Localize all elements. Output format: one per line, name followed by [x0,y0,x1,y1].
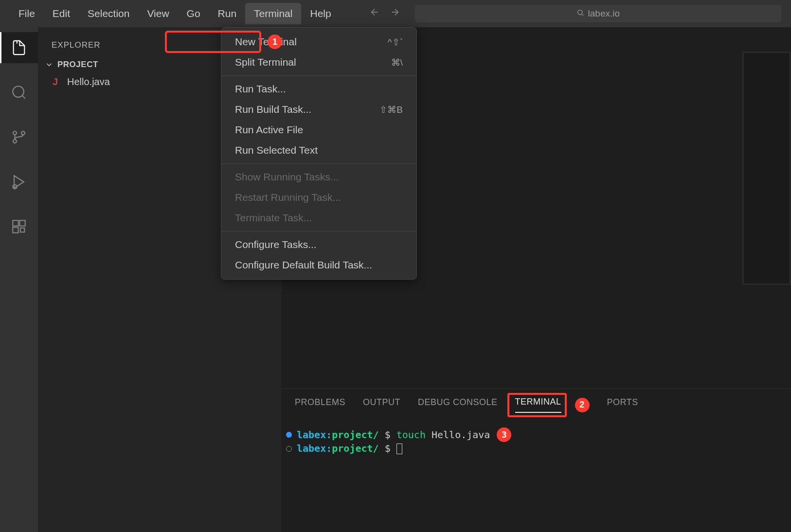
menu-item-shortcut: ⌘\ [391,57,403,68]
menu-help[interactable]: Help [301,3,340,24]
terminal-path: project/ [332,442,378,455]
activity-extensions[interactable] [0,211,38,242]
svg-rect-6 [13,220,18,226]
tab-terminal[interactable]: TERMINAL [515,397,561,413]
menu-run-task[interactable]: Run Task... [221,79,416,99]
menu-configure-default-build-task[interactable]: Configure Default Build Task... [221,255,416,275]
activity-source-control[interactable] [0,122,38,153]
activity-run-debug[interactable] [0,166,38,197]
editor-area: New Terminal ^⇧` Split Terminal ⌘\ Run T… [281,27,791,532]
svg-rect-9 [20,228,25,232]
terminal-host: labex [297,428,326,442]
menu-item-label: Split Terminal [235,56,296,68]
java-file-icon: J [53,76,62,88]
menu-item-label: Configure Tasks... [235,239,317,250]
terminal-cursor [396,443,402,454]
menu-item-label: Run Task... [235,83,286,95]
menu-item-shortcut: ^⇧` [388,36,403,48]
nav-forward-icon[interactable] [390,7,400,20]
svg-point-1 [13,86,24,97]
tab-output[interactable]: OUTPUT [363,397,400,412]
menu-run-selected-text[interactable]: Run Selected Text [221,140,416,160]
menu-split-terminal[interactable]: Split Terminal ⌘\ [221,52,416,72]
annotation-badge-3: 3 [497,427,511,442]
menu-terminal[interactable]: Terminal [245,3,301,24]
extensions-icon [11,218,27,235]
panel-tabs: PROBLEMS OUTPUT DEBUG CONSOLE TERMINAL 2… [281,389,791,413]
menu-item-label: Terminate Task... [235,212,312,224]
tab-debug-console[interactable]: DEBUG CONSOLE [418,397,498,412]
menu-separator [221,75,416,76]
terminal-arg: Hello.java [426,428,490,442]
menu-restart-running-task: Restart Running Task... [221,187,416,208]
menu-file[interactable]: File [10,3,44,24]
menu-bar: File Edit Selection View Go Run Terminal… [0,0,791,27]
annotation-badge-1: 1 [268,35,282,49]
branch-icon [11,129,27,145]
menu-run-build-task[interactable]: Run Build Task... ⇧⌘B [221,99,416,120]
terminal-output[interactable]: labex:project/ $ touch Hello.java 3 labe… [281,413,791,460]
menu-separator [221,231,416,231]
menu-selection[interactable]: Selection [79,3,138,24]
search-icon [576,8,584,19]
prompt-bullet-icon [286,432,292,438]
menu-run-active-file[interactable]: Run Active File [221,120,416,140]
search-icon [11,84,27,101]
menu-terminate-task: Terminate Task... [221,208,416,228]
menu-edit[interactable]: Edit [44,3,79,24]
terminal-command: touch [396,428,426,442]
tab-ports[interactable]: PORTS [607,397,638,412]
activity-search[interactable] [0,77,38,108]
menu-go[interactable]: Go [178,3,209,24]
menu-item-label: Run Selected Text [235,144,318,156]
nav-arrows [369,7,400,20]
menu-show-running-tasks: Show Running Tasks... [221,167,416,187]
activity-bar [0,27,38,532]
terminal-sep: : [326,428,332,442]
menu-item-label: Show Running Tasks... [235,171,339,183]
menu-item-shortcut: ⇧⌘B [379,104,403,115]
svg-rect-8 [13,227,18,232]
bottom-panel: PROBLEMS OUTPUT DEBUG CONSOLE TERMINAL 2… [281,389,791,532]
terminal-path: project/ [332,428,378,442]
search-placeholder: labex.io [588,8,620,19]
file-name: Hello.java [67,76,110,88]
tab-problems[interactable]: PROBLEMS [295,397,345,412]
menu-item-label: Run Build Task... [235,104,311,115]
terminal-prompt: $ [379,428,396,442]
search-input[interactable]: labex.io [415,5,781,22]
svg-point-0 [577,10,582,15]
terminal-line: labex:project/ $ [286,442,786,455]
menu-item-label: New Terminal [235,36,297,48]
project-label: PROJECT [57,60,98,70]
menu-item-label: Run Active File [235,124,303,136]
terminal-prompt: $ [379,442,396,455]
menu-new-terminal[interactable]: New Terminal ^⇧` [221,32,416,52]
svg-point-4 [21,131,25,135]
menu-item-label: Restart Running Task... [235,192,341,203]
terminal-host: labex [297,442,326,455]
menu-run[interactable]: Run [209,3,246,24]
editor-viewport: New Terminal ^⇧` Split Terminal ⌘\ Run T… [281,27,791,389]
menu-separator [221,163,416,164]
terminal-menu-dropdown: New Terminal ^⇧` Split Terminal ⌘\ Run T… [221,27,417,280]
menu-item-label: Configure Default Build Task... [235,259,372,271]
svg-point-2 [13,131,17,135]
activity-explorer[interactable] [0,32,38,63]
prompt-bullet-icon [286,446,292,452]
svg-point-3 [13,140,17,143]
play-bug-icon [11,174,27,190]
chevron-down-icon [45,60,54,69]
nav-back-icon[interactable] [369,7,380,20]
files-icon [11,39,27,56]
menu-configure-tasks[interactable]: Configure Tasks... [221,234,416,255]
svg-rect-7 [19,220,25,226]
terminal-line: labex:project/ $ touch Hello.java 3 [286,427,786,442]
minimap-placeholder [742,52,791,285]
terminal-sep: : [326,442,332,455]
menu-view[interactable]: View [138,3,178,24]
annotation-badge-2: 2 [575,398,590,412]
